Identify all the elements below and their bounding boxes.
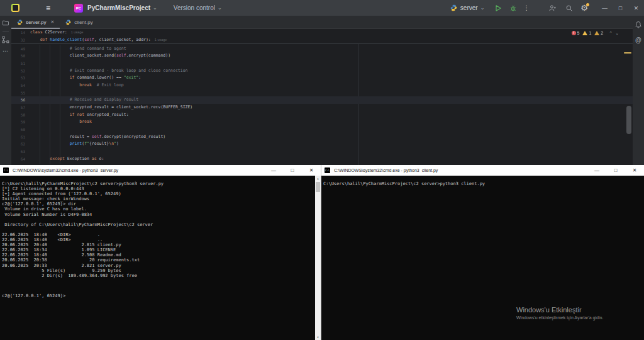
left-tool-strip: ⋯: [0, 16, 11, 165]
cmd-minimize-button[interactable]: —: [264, 167, 283, 173]
editor-scrollbar-thumb[interactable]: [626, 106, 631, 134]
code-line-60[interactable]: 60: [11, 126, 633, 133]
weak-warning-icon: [594, 31, 599, 35]
code-line-64[interactable]: 64 except Exception as e:: [11, 156, 633, 163]
code-line-53[interactable]: 53 if command.lower() == "exit":: [11, 74, 633, 82]
usage-hint[interactable]: 1 usage: [71, 29, 84, 37]
code-line-62[interactable]: 62 print(f"{result}\n"): [11, 140, 633, 148]
cmd-close-button[interactable]: ✕: [302, 167, 321, 173]
more-tool-windows-icon[interactable]: ⋯: [3, 48, 9, 54]
settings-gear-icon[interactable]: ⚙: [580, 4, 588, 12]
line-number[interactable]: 59: [11, 118, 25, 126]
line-number[interactable]: 14: [11, 29, 25, 37]
structure-tool-icon[interactable]: [2, 36, 9, 43]
search-everywhere-icon[interactable]: [565, 4, 573, 12]
project-tool-icon[interactable]: [2, 20, 9, 26]
error-count: 5: [577, 31, 580, 35]
cmd-scrollbar-thumb[interactable]: [316, 182, 320, 192]
cmd-window-client: C:\ C:\WINDOWS\system32\cmd.exe - python…: [321, 165, 644, 340]
watermark-subtitle: Windows'u etkinleştirmek için Ayarlar'a …: [516, 315, 603, 320]
chevron-down-icon: ⌄: [218, 6, 222, 11]
line-number[interactable]: 54: [11, 82, 25, 89]
code-line-63[interactable]: 63: [11, 148, 633, 156]
weak-warning-count: 2: [601, 31, 603, 35]
windows-activation-watermark: Windows'u Etkinleştir Windows'u etkinleş…: [516, 306, 603, 320]
next-problem-icon[interactable]: ⌄: [615, 31, 619, 36]
pycharm-app-icon: [11, 4, 19, 12]
line-number[interactable]: 60: [11, 126, 25, 133]
code-line-59[interactable]: 59 break: [11, 118, 633, 126]
cmd-title: C:\WINDOWS\system32\cmd.exe - python3 cl…: [334, 168, 438, 173]
line-number[interactable]: 52: [11, 67, 25, 75]
cmd-scrollbar[interactable]: ▲ ▼: [315, 176, 321, 340]
line-number[interactable]: 55: [11, 89, 25, 97]
code-line-49[interactable]: 49 # Send command to agent: [11, 45, 633, 53]
notifications-bell-icon[interactable]: [635, 20, 642, 31]
line-number[interactable]: 51: [11, 60, 25, 67]
window-minimize-button[interactable]: —: [597, 5, 613, 11]
tab-server-py[interactable]: server.py ✕: [11, 16, 60, 28]
run-config-selector[interactable]: server: [460, 4, 478, 11]
window-maximize-button[interactable]: □: [613, 5, 628, 11]
code-line-50[interactable]: 50 client_socket.send(self.encrypt(comma…: [11, 52, 633, 60]
code-line-14[interactable]: 14class C2Server:1 usage: [11, 29, 633, 37]
cmd-title: C:\WINDOWS\system32\cmd.exe - python3 se…: [13, 168, 118, 173]
inspections-widget[interactable]: ! 5 1 2 ⌃ ⌄: [572, 30, 619, 37]
main-menu-icon[interactable]: ≡: [46, 4, 50, 12]
code-line-51[interactable]: 51: [11, 60, 633, 67]
editor-tab-bar: server.py ✕ client.py: [11, 16, 633, 29]
line-number[interactable]: 62: [11, 140, 25, 148]
warning-stripe-mark[interactable]: [624, 52, 631, 54]
code-line-52[interactable]: 52 # Exit command - break loop and close…: [11, 67, 633, 75]
close-tab-icon[interactable]: ✕: [50, 20, 54, 25]
line-number[interactable]: 50: [11, 52, 25, 60]
line-number[interactable]: 58: [11, 111, 25, 119]
line-number[interactable]: 64: [11, 156, 25, 163]
scroll-up-icon[interactable]: ▲: [315, 176, 321, 181]
code-line-61[interactable]: 61 result = self.decrypt(encrypted_resul…: [11, 133, 633, 141]
cmd-close-button[interactable]: ✕: [625, 167, 644, 173]
cmd-titlebar[interactable]: C:\ C:\WINDOWS\system32\cmd.exe - python…: [0, 165, 321, 176]
code-line-57[interactable]: 57 encrypted_result = client_socket.recv…: [11, 104, 633, 111]
chevron-down-icon: ⌄: [153, 6, 157, 11]
code-line-56[interactable]: 56 # Receive and display result: [11, 96, 633, 104]
line-number[interactable]: 61: [11, 133, 25, 141]
prev-problem-icon[interactable]: ⌃: [609, 31, 613, 36]
usage-hint[interactable]: 1 usage: [155, 37, 167, 44]
code-line-58[interactable]: 58 if not encrypted_result:: [11, 111, 633, 119]
code-line-54[interactable]: 54 break # Exit loop: [11, 82, 633, 89]
line-number[interactable]: 57: [11, 104, 25, 111]
debug-button[interactable]: [509, 4, 517, 12]
code-editor[interactable]: 14class C2Server:1 usage32 def handle_cl…: [11, 29, 633, 165]
tab-client-py[interactable]: client.py: [60, 16, 98, 28]
cmd-minimize-button[interactable]: —: [587, 167, 606, 173]
ai-assistant-icon[interactable]: @: [635, 37, 641, 43]
code-with-me-icon[interactable]: [548, 4, 557, 12]
terminal-output-server[interactable]: C:\Users\halil\PyCharmMiscProject\c2 ser…: [2, 181, 164, 298]
line-number[interactable]: 53: [11, 74, 25, 82]
warning-count: 1: [589, 31, 591, 35]
line-number[interactable]: 63: [11, 148, 25, 156]
watermark-title: Windows'u Etkinleştir: [516, 306, 603, 314]
ide-main-toolbar: ≡ PC PyCharmMiscProject ⌄ Version contro…: [0, 0, 644, 16]
window-close-button[interactable]: ✕: [628, 5, 644, 11]
run-button[interactable]: [494, 4, 502, 12]
code-line-55[interactable]: 55: [11, 89, 633, 97]
cmd-titlebar[interactable]: C:\ C:\WINDOWS\system32\cmd.exe - python…: [321, 165, 644, 176]
line-number[interactable]: 32: [11, 37, 25, 44]
code-lines[interactable]: 49 # Send command to agent50 client_sock…: [11, 45, 633, 163]
cmd-maximize-button[interactable]: □: [606, 167, 625, 173]
project-selector[interactable]: PyCharmMiscProject: [87, 4, 150, 11]
cmd-maximize-button[interactable]: □: [283, 167, 302, 173]
code-line-32[interactable]: 32 def handle_client(self, client_socket…: [11, 37, 633, 44]
python-file-icon: [65, 20, 71, 25]
more-actions-icon[interactable]: ⋮: [523, 4, 530, 11]
terminal-output-client[interactable]: C:\Users\halil\PyCharmMiscProject\c2 ser…: [323, 181, 485, 186]
line-number[interactable]: 56: [11, 96, 25, 104]
project-icon[interactable]: PC: [74, 4, 83, 13]
right-tool-strip: @: [633, 16, 644, 165]
cmd-window-server: C:\ C:\WINDOWS\system32\cmd.exe - python…: [0, 165, 321, 340]
vcs-selector[interactable]: Version control: [174, 4, 215, 11]
line-number[interactable]: 49: [11, 45, 25, 53]
scroll-down-icon[interactable]: ▼: [315, 334, 321, 340]
